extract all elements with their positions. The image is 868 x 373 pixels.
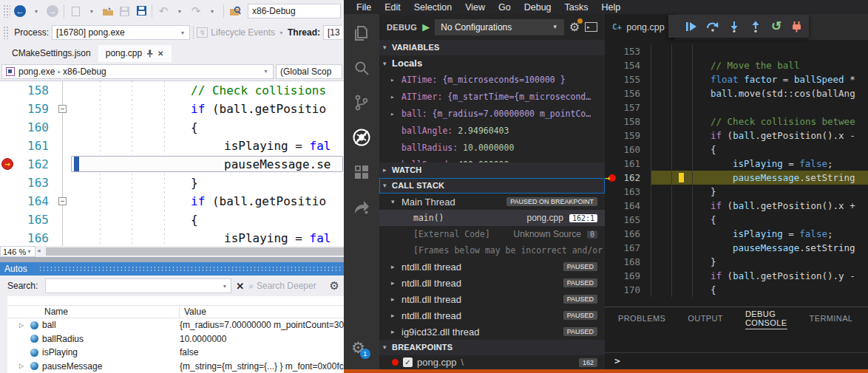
restart-icon[interactable]: ↺ bbox=[771, 21, 781, 32]
search-deeper-button[interactable]: ⌕ Search Deeper bbox=[248, 281, 316, 291]
step-over-icon[interactable] bbox=[706, 21, 719, 32]
code-line-153[interactable]: 153 bbox=[605, 44, 868, 58]
autos-row-pauseMessage[interactable]: ▷ pauseMessage {m_string={m_string={...}… bbox=[7, 360, 344, 373]
thread-combobox[interactable]: [13 bbox=[323, 25, 342, 40]
autos-title-bar[interactable]: Autos bbox=[0, 262, 344, 276]
breakpoint-margin[interactable] bbox=[0, 137, 16, 155]
save-all-icon[interactable] bbox=[133, 4, 148, 18]
panel-tab-debug-console[interactable]: DEBUG CONSOLE bbox=[745, 309, 787, 329]
thread-row[interactable]: ▸ ntdll.dll thread PAUSED bbox=[379, 275, 605, 291]
expand-icon[interactable]: ▷ bbox=[19, 363, 27, 369]
code-line-158[interactable]: 158// Check collisions betwee bbox=[605, 114, 868, 129]
variable-row[interactable]: ballRadius: 10.0000000 bbox=[379, 140, 605, 157]
breakpoint-margin[interactable] bbox=[605, 227, 618, 241]
vs-code-editor[interactable]: 158// Check collisions159−if (ball.getPo… bbox=[0, 81, 344, 246]
browse-icon[interactable] bbox=[228, 4, 243, 18]
breakpoint-margin[interactable] bbox=[605, 283, 618, 297]
debug-console-icon[interactable]: ▸ bbox=[585, 22, 597, 32]
process-combobox[interactable]: [16780] pong.exe ▼ bbox=[52, 25, 190, 40]
gear-icon[interactable]: ⚙ bbox=[330, 279, 339, 292]
thread-row[interactable]: ▸ ig9icd32.dll thread PAUSED bbox=[379, 324, 605, 340]
twisty-collapsed-icon[interactable]: ▸ bbox=[390, 106, 394, 123]
variable-row[interactable]: ▸ AITime: {m_microseconds=100000 } bbox=[379, 72, 605, 89]
fold-margin[interactable]: − bbox=[55, 192, 71, 211]
panel-tab-output[interactable]: OUTPUT bbox=[688, 314, 723, 324]
code-line-164[interactable]: 164if (ball.getPosition().x + bbox=[605, 199, 868, 213]
breakpoint-row[interactable]: ✓ pong.cpp \ 162 bbox=[379, 355, 605, 369]
twisty-collapsed-icon[interactable]: ▸ bbox=[391, 295, 395, 303]
variables-section-header[interactable]: ▾ VARIABLES bbox=[379, 40, 605, 55]
breakpoint-margin[interactable] bbox=[605, 72, 618, 86]
breakpoint-margin[interactable] bbox=[605, 255, 618, 269]
callstack-section-header[interactable]: ▾ CALL STACK bbox=[379, 178, 605, 194]
twisty-collapsed-icon[interactable]: ▸ bbox=[390, 72, 394, 89]
locals-scope-row[interactable]: ▾ Locals bbox=[379, 55, 605, 72]
clear-search-icon[interactable]: ✕ bbox=[236, 281, 244, 292]
breakpoint-margin[interactable] bbox=[0, 211, 16, 229]
window-splitter[interactable] bbox=[0, 257, 344, 262]
code-line-161[interactable]: 161isPlaying = fal bbox=[0, 137, 344, 155]
breakpoint-margin[interactable] bbox=[605, 86, 618, 100]
code-line-154[interactable]: 154// Move the ball bbox=[605, 58, 868, 72]
tab-pong-cpp[interactable]: C+ pong.cpp bbox=[605, 14, 675, 40]
thread-row[interactable]: ▸ ntdll.dll thread PAUSED bbox=[379, 259, 605, 275]
horizontal-scrollbar[interactable]: ◂ bbox=[35, 246, 344, 257]
redo-icon[interactable]: ↷ bbox=[189, 4, 203, 18]
code-line-162[interactable]: →162pauseMessage.se bbox=[0, 155, 344, 174]
configure-gear-icon[interactable]: ⚙ bbox=[569, 20, 580, 34]
stack-frame-row[interactable]: main() pong.cpp 162:1 bbox=[379, 210, 605, 226]
scrollbar-thumb[interactable] bbox=[46, 247, 344, 256]
stack-frame-row[interactable]: [External Code] Unknown Source 0 bbox=[379, 226, 605, 242]
share-icon[interactable] bbox=[351, 196, 372, 217]
back-dropdown-icon[interactable]: ▼ bbox=[29, 4, 44, 18]
variable-row[interactable]: ballSpeed: 400.000000 bbox=[379, 157, 605, 162]
code-line-168[interactable]: 168} bbox=[605, 255, 868, 269]
code-line-160[interactable]: 160{ bbox=[0, 118, 344, 137]
scope-dropdown[interactable]: (Global Scop bbox=[276, 64, 342, 79]
zoom-level-dropdown[interactable]: 146 % ▼ bbox=[0, 246, 35, 257]
configuration-dropdown[interactable]: No Configurations ▼ bbox=[435, 19, 563, 35]
code-line-160[interactable]: 160{ bbox=[605, 143, 868, 157]
pin-icon[interactable] bbox=[146, 49, 153, 58]
twisty-collapsed-icon[interactable]: ▸ bbox=[391, 263, 395, 270]
breakpoint-margin[interactable] bbox=[0, 174, 16, 192]
save-icon[interactable] bbox=[117, 4, 132, 18]
thread-row[interactable]: ▸ ntdll.dll thread PAUSED bbox=[379, 307, 605, 324]
column-header-name[interactable]: Name bbox=[7, 306, 180, 318]
start-debug-icon[interactable]: ▶ bbox=[422, 21, 430, 32]
breakpoint-margin[interactable] bbox=[605, 44, 618, 58]
breakpoint-margin[interactable] bbox=[0, 192, 16, 211]
menu-file[interactable]: File bbox=[350, 2, 378, 13]
disconnect-icon[interactable] bbox=[791, 21, 802, 32]
variable-row[interactable]: ▸ AITimer: {m_startTime={m_microsecond… bbox=[379, 89, 605, 106]
undo-icon[interactable]: ↶ bbox=[156, 4, 171, 18]
fold-margin[interactable] bbox=[55, 118, 71, 137]
search-input[interactable]: ▼ bbox=[45, 278, 231, 293]
extensions-icon[interactable] bbox=[351, 162, 372, 182]
code-line-165[interactable]: 165{ bbox=[605, 213, 868, 227]
menu-edit[interactable]: Edit bbox=[378, 2, 407, 13]
redo-dropdown-icon[interactable]: ▼ bbox=[205, 4, 220, 18]
vscode-code-editor[interactable]: 153154// Move the ball155float factor = … bbox=[605, 40, 868, 307]
undo-dropdown-icon[interactable]: ▼ bbox=[172, 4, 187, 18]
code-line-158[interactable]: 158// Check collisions bbox=[0, 81, 344, 100]
autos-row-ballRadius[interactable]: ballRadius 10.0000000 bbox=[7, 332, 344, 346]
panel-tab-problems[interactable]: PROBLEMS bbox=[618, 314, 665, 324]
new-file-icon[interactable] bbox=[68, 4, 83, 18]
toolbar-grip[interactable] bbox=[3, 26, 10, 39]
code-line-167[interactable]: 167pauseMessage.setString bbox=[605, 241, 868, 255]
vs-tab-pong-cpp[interactable]: pong.cpp ✕ bbox=[98, 45, 172, 62]
breakpoint-margin[interactable]: → bbox=[605, 171, 618, 185]
debug-icon[interactable] bbox=[351, 127, 372, 148]
code-line-163[interactable]: 163} bbox=[605, 185, 868, 199]
step-out-icon[interactable] bbox=[750, 21, 762, 32]
fold-margin[interactable] bbox=[55, 229, 71, 246]
back-icon[interactable]: ← bbox=[13, 4, 27, 18]
fold-margin[interactable] bbox=[55, 155, 71, 174]
toolbar-grip[interactable] bbox=[3, 4, 10, 18]
breakpoint-margin[interactable] bbox=[605, 100, 618, 114]
code-line-157[interactable]: 157 bbox=[605, 100, 868, 114]
breakpoint-margin[interactable] bbox=[605, 58, 618, 72]
breakpoint-margin[interactable] bbox=[0, 229, 16, 246]
debug-console-prompt[interactable]: > bbox=[605, 352, 868, 369]
